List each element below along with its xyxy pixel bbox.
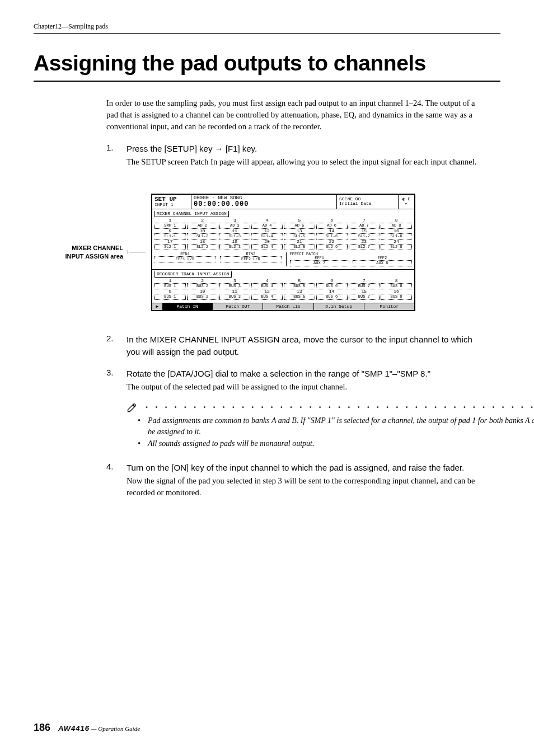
step-2: 2. In the MIXER CHANNEL INPUT ASSIGN are…	[106, 334, 478, 359]
lcd-top-bar: SET UP INPUT 1 00000 - NEW SONG 00:00:00…	[152, 195, 414, 209]
figure-label: MIXER CHANNEL INPUT ASSIGN area	[34, 244, 123, 261]
assign-cell: 20SL2-4	[251, 240, 283, 250]
step-desc: Now the signal of the pad you selected i…	[127, 475, 478, 499]
lcd-tabs: ▶ Patch IN Patch OUT Patch Lib D.in Setu…	[152, 303, 414, 310]
assign-cell: 16SL1-8	[381, 229, 412, 240]
assign-cell: 15SL1-7	[349, 229, 380, 240]
tab-patch-out: Patch OUT	[213, 303, 263, 310]
step-title: Press the [SETUP] key → [F1] key.	[127, 143, 478, 155]
note-item: • All sounds assigned to pads will be mo…	[138, 438, 534, 449]
step-number: 1.	[106, 143, 118, 177]
step-1: 1. Press the [SETUP] key → [F1] key. The…	[106, 143, 478, 177]
assign-cell: 4AD 4	[251, 218, 283, 229]
assign-cell: 10BUS 2	[187, 289, 218, 300]
tab-monitor: Monitor	[364, 303, 414, 310]
track-row-2: 9BUS 110BUS 211BUS 312BUS 413BUS 514BUS …	[154, 289, 412, 300]
body-content: In order to use the sampling pads, you m…	[106, 97, 478, 177]
assign-cell: 6AD 6	[316, 218, 348, 229]
tab-corner-icon: ▶	[152, 303, 162, 310]
assign-cell: 11BUS 3	[219, 289, 251, 300]
assign-cell: 5AD 5	[284, 218, 315, 229]
assign-row-1: 1SMP 12AD 23AD 34AD 45AD 56AD 67AD 78AD …	[154, 218, 412, 229]
track-row-1: 1BUS 12BUS 23BUS 34BUS 45BUS 56BUS 67BUS…	[154, 279, 412, 289]
page-title: Assigning the pad outputs to channels	[34, 50, 500, 82]
assign-cell: 21SL2-5	[284, 240, 315, 250]
step-title: In the MIXER CHANNEL INPUT ASSIGN area, …	[127, 334, 478, 358]
tab-din-setup: D.in Setup	[314, 303, 364, 310]
pencil-icon	[127, 402, 138, 413]
step-number: 4.	[106, 462, 118, 508]
assign-cell: 18SL2-2	[187, 240, 218, 250]
note-item: • Pad assignments are common to banks A …	[138, 415, 534, 438]
assign-cell: 19SL2-3	[219, 240, 251, 250]
assign-cell: 14BUS 6	[316, 289, 348, 300]
assign-cell: 10SL1-2	[187, 229, 218, 240]
assign-cell: 17SL2-1	[154, 240, 186, 250]
tab-patch-lib: Patch Lib	[263, 303, 313, 310]
step-title: Rotate the [DATA/JOG] dial to make a sel…	[127, 368, 534, 380]
assign-cell: 3AD 3	[219, 218, 251, 229]
lcd-mixer-section: MIXER CHANNEL INPUT ASSIGN 1SMP 12AD 23A…	[152, 209, 414, 270]
assign-cell: 22SL2-6	[316, 240, 348, 250]
assign-cell: 5BUS 5	[284, 279, 315, 289]
assign-cell: 2AD 2	[187, 218, 218, 229]
effect-row: RTN1 EFF1 L/R RTN2 EFF2 L/R EFFECT PATCH…	[154, 252, 412, 266]
assign-cell: 1BUS 1	[154, 279, 186, 289]
assign-cell: 3BUS 3	[219, 279, 251, 289]
tab-patch-in: Patch IN	[162, 303, 213, 310]
model-name: AW4416	[58, 724, 90, 732]
assign-row-2: 9SL1-110SL1-211SL1-312SL1-413SL1-514SL1-…	[154, 229, 412, 240]
assign-cell: 15BUS 7	[349, 289, 380, 300]
page-header: Chapter12—Sampling pads	[34, 22, 500, 34]
assign-cell: 9SL1-1	[154, 229, 186, 240]
assign-cell: 13SL1-5	[284, 229, 315, 240]
assign-cell: 7AD 7	[349, 218, 380, 229]
lcd-recorder-section: RECORDER TRACK INPUT ASSIGN 1BUS 12BUS 2…	[152, 270, 414, 303]
step-4: 4. Turn on the [ON] key of the input cha…	[106, 462, 478, 508]
assign-cell: 4BUS 4	[251, 279, 283, 289]
figure: MIXER CHANNEL INPUT ASSIGN area SET UP I…	[34, 194, 500, 311]
step-title: Turn on the [ON] key of the input channe…	[127, 462, 478, 474]
assign-cell: 8AD 8	[381, 218, 412, 229]
assign-cell: 9BUS 1	[154, 289, 186, 300]
step-3: 3. Rotate the [DATA/JOG] dial to make a …	[106, 368, 478, 459]
step-number: 3.	[106, 368, 118, 459]
assign-cell: 14SL1-6	[316, 229, 348, 240]
assign-cell: 12SL1-4	[251, 229, 283, 240]
assign-cell: 23SL2-7	[349, 240, 380, 250]
assign-row-3: 17SL2-118SL2-219SL2-320SL2-421SL2-522SL2…	[154, 240, 412, 250]
assign-cell: 7BUS 7	[349, 279, 380, 289]
chapter-label: Chapter12—Sampling pads	[34, 22, 108, 30]
page-footer: 186 AW4416 — Operation Guide	[34, 722, 140, 734]
notes-block: • • • • • • • • • • • • • • • • • • • • …	[127, 402, 534, 449]
step-desc: The SETUP screen Patch In page will appe…	[127, 156, 478, 168]
assign-cell: 11SL1-3	[219, 229, 251, 240]
assign-cell: 24SL2-8	[381, 240, 412, 250]
figure-connector-line	[129, 252, 146, 252]
assign-cell: 1SMP 1	[154, 218, 186, 229]
intro-paragraph: In order to use the sampling pads, you m…	[106, 97, 478, 133]
dot-leader: • • • • • • • • • • • • • • • • • • • • …	[146, 403, 534, 412]
assign-cell: 8BUS 8	[381, 279, 412, 289]
page-number: 186	[34, 722, 50, 734]
assign-cell: 12BUS 4	[251, 289, 283, 300]
assign-cell: 13BUS 5	[284, 289, 315, 300]
step-desc: The output of the selected pad will be a…	[127, 381, 534, 393]
lcd-screen: SET UP INPUT 1 00000 - NEW SONG 00:00:00…	[151, 194, 415, 311]
assign-cell: 16BUS 8	[381, 289, 412, 300]
step-number: 2.	[106, 334, 118, 359]
assign-cell: 2BUS 2	[187, 279, 218, 289]
footer-suffix: — Operation Guide	[91, 725, 140, 732]
assign-cell: 6BUS 6	[316, 279, 348, 289]
